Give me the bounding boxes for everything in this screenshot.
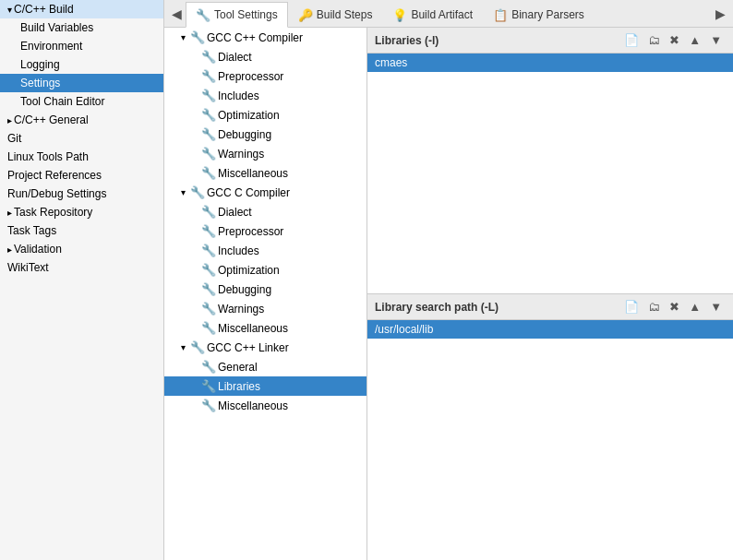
sidebar-item-run-debug-settings[interactable]: Run/Debug Settings: [0, 185, 163, 203]
tree-arrow-gcc-cpp-compiler: ▾: [177, 32, 188, 42]
tree-item-linker-miscellaneous[interactable]: 🔧Miscellaneous: [164, 396, 366, 415]
tree-item-c-preprocessor[interactable]: 🔧Preprocessor: [164, 221, 366, 241]
sidebar-item-project-references[interactable]: Project References: [0, 166, 163, 185]
sidebar-item-label-cc-general: C/C++ General: [14, 113, 89, 126]
tab-bar: ◀ 🔧Tool Settings🔑Build Steps💡Build Artif…: [164, 0, 733, 28]
sidebar-item-label-validation: Validation: [14, 243, 62, 256]
tree-item-icon-c-warnings: 🔧: [201, 302, 216, 316]
tree-group-gcc-cpp-compiler[interactable]: ▾🔧GCC C++ Compiler: [164, 28, 366, 47]
arrow-icon: ▸: [7, 208, 12, 218]
tree-item-optimization[interactable]: 🔧Optimization: [164, 105, 366, 125]
sidebar-item-linux-tools-path[interactable]: Linux Tools Path: [0, 148, 163, 166]
tree-group-gcc-c-compiler[interactable]: ▾🔧GCC C Compiler: [164, 183, 366, 202]
tree-item-c-debugging[interactable]: 🔧Debugging: [164, 280, 366, 299]
tree-item-c-includes[interactable]: 🔧Includes: [164, 241, 366, 260]
tree-item-dialect[interactable]: 🔧Dialect: [164, 47, 366, 66]
tab-binary-parsers[interactable]: 📋Binary Parsers: [483, 2, 595, 28]
tab-build-steps[interactable]: 🔑Build Steps: [288, 2, 383, 28]
sidebar-item-build-variables[interactable]: Build Variables: [0, 18, 163, 37]
tree-panel: ▾🔧GCC C++ Compiler🔧Dialect🔧Preprocessor🔧…: [164, 28, 367, 560]
libraries-move-up-btn[interactable]: ▲: [685, 31, 704, 49]
tree-item-warnings[interactable]: 🔧Warnings: [164, 144, 366, 163]
library-search-path-add-from-workspace-btn[interactable]: 🗂: [644, 298, 664, 316]
tree-group-icon-gcc-c-compiler: 🔧: [190, 185, 205, 199]
sidebar-item-cc-general[interactable]: ▸C/C++ General: [0, 111, 163, 129]
section-label-library-search-path: Library search path (-L): [375, 301, 499, 314]
section-label-libraries: Libraries (-l): [375, 34, 439, 47]
libraries-delete-btn[interactable]: ✖: [666, 31, 683, 49]
library-search-path-move-up-btn[interactable]: ▲: [685, 298, 704, 316]
tree-item-icon-debugging: 🔧: [201, 127, 216, 141]
libraries-move-down-btn[interactable]: ▼: [706, 31, 726, 49]
tree-arrow-gcc-cpp-linker: ▾: [177, 342, 188, 352]
tree-item-icon-linker-miscellaneous: 🔧: [201, 399, 216, 412]
sidebar-item-settings[interactable]: Settings: [0, 74, 163, 92]
library-search-path-move-down-btn[interactable]: ▼: [706, 298, 726, 316]
sidebar-item-environment[interactable]: Environment: [0, 37, 163, 55]
library-search-path-delete-btn[interactable]: ✖: [666, 298, 683, 316]
sidebar-item-tool-chain-editor[interactable]: Tool Chain Editor: [0, 92, 163, 111]
tree-item-miscellaneous[interactable]: 🔧Miscellaneous: [164, 163, 366, 183]
tab-scroll-right[interactable]: ▶: [712, 1, 729, 27]
tree-item-label-c-dialect: Dialect: [218, 206, 252, 219]
tree-item-label-linker-libraries: Libraries: [218, 380, 260, 393]
tree-item-label-c-miscellaneous: Miscellaneous: [218, 322, 288, 335]
tree-item-label-c-optimization: Optimization: [218, 264, 280, 277]
tree-group-gcc-cpp-linker[interactable]: ▾🔧GCC C++ Linker: [164, 338, 366, 357]
sidebar-item-label-git: Git: [7, 132, 21, 145]
tab-scroll-left[interactable]: ◀: [168, 1, 186, 27]
libraries-add-btn[interactable]: 📄: [620, 31, 643, 49]
arrow-icon: ▸: [7, 115, 12, 125]
sidebar-item-label-environment: Environment: [20, 40, 82, 53]
sidebar-item-git[interactable]: Git: [0, 129, 163, 148]
tab-icon-build-artifact: 💡: [392, 8, 407, 22]
tree-item-icon-c-includes: 🔧: [201, 244, 216, 257]
sidebar-item-label-tool-chain-editor: Tool Chain Editor: [20, 95, 104, 108]
tree-item-c-miscellaneous[interactable]: 🔧Miscellaneous: [164, 318, 366, 338]
tree-item-icon-warnings: 🔧: [201, 147, 216, 161]
libraries-add-from-workspace-btn[interactable]: 🗂: [644, 31, 664, 49]
sidebar-item-label-run-debug-settings: Run/Debug Settings: [7, 187, 106, 200]
tree-item-label-warnings: Warnings: [218, 148, 264, 161]
sidebar-item-wikitext[interactable]: WikiText: [0, 258, 163, 277]
sidebar-item-label-cc-build: C/C++ Build: [14, 3, 74, 16]
tree-item-debugging[interactable]: 🔧Debugging: [164, 125, 366, 144]
tree-item-linker-general[interactable]: 🔧General: [164, 357, 366, 376]
tab-label-tool-settings: Tool Settings: [214, 8, 278, 21]
tree-group-label-gcc-cpp-linker: GCC C++ Linker: [207, 341, 289, 354]
section-toolbar-libraries: 📄🗂✖▲▼: [620, 31, 726, 49]
tree-item-icon-preprocessor: 🔧: [201, 69, 216, 83]
list-item[interactable]: cmaes: [367, 54, 733, 72]
tab-tool-settings[interactable]: 🔧Tool Settings: [186, 2, 288, 28]
section-libraries: Libraries (-l)📄🗂✖▲▼cmaes: [367, 28, 733, 294]
tree-item-icon-c-optimization: 🔧: [201, 263, 216, 277]
tree-group-icon-gcc-cpp-linker: 🔧: [190, 340, 205, 354]
tab-label-build-steps: Build Steps: [317, 8, 373, 21]
sidebar-item-label-settings: Settings: [20, 77, 60, 89]
tree-item-preprocessor[interactable]: 🔧Preprocessor: [164, 66, 366, 86]
tree-item-c-dialect[interactable]: 🔧Dialect: [164, 202, 366, 221]
tree-item-c-optimization[interactable]: 🔧Optimization: [164, 260, 366, 280]
tab-icon-binary-parsers: 📋: [493, 8, 508, 22]
list-item[interactable]: /usr/local/lib: [367, 320, 733, 339]
tree-item-c-warnings[interactable]: 🔧Warnings: [164, 299, 366, 318]
sidebar-item-task-repository[interactable]: ▸Task Repository: [0, 203, 163, 221]
sidebar-item-logging[interactable]: Logging: [0, 55, 163, 74]
sidebar-item-label-build-variables: Build Variables: [20, 21, 93, 34]
sidebar-item-validation[interactable]: ▸Validation: [0, 240, 163, 258]
section-list-libraries: cmaes: [367, 54, 733, 293]
tree-item-icon-dialect: 🔧: [201, 50, 216, 64]
library-search-path-add-btn[interactable]: 📄: [620, 298, 643, 316]
tree-item-includes[interactable]: 🔧Includes: [164, 86, 366, 105]
tree-item-icon-optimization: 🔧: [201, 108, 216, 122]
tree-item-label-optimization: Optimization: [218, 109, 280, 122]
tree-item-linker-libraries[interactable]: 🔧Libraries: [164, 376, 366, 396]
sidebar-item-cc-build[interactable]: ▾C/C++ Build: [0, 0, 163, 18]
tree-item-label-c-preprocessor: Preprocessor: [218, 225, 283, 238]
tree-group-icon-gcc-cpp-compiler: 🔧: [190, 30, 205, 44]
tab-build-artifact[interactable]: 💡Build Artifact: [382, 2, 483, 28]
sidebar-item-label-task-repository: Task Repository: [14, 206, 92, 219]
tree-item-icon-c-miscellaneous: 🔧: [201, 321, 216, 335]
sidebar-item-label-wikitext: WikiText: [7, 261, 49, 274]
sidebar-item-task-tags[interactable]: Task Tags: [0, 221, 163, 240]
